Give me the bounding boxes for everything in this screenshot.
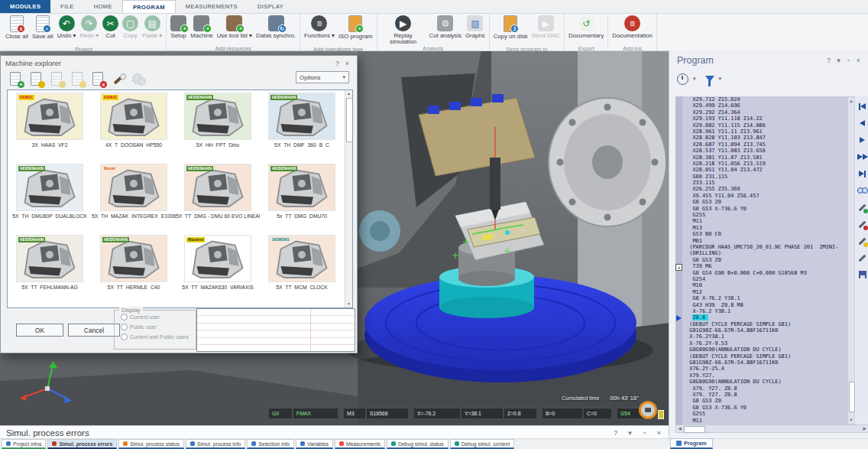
scrollbar-thumb[interactable] bbox=[346, 98, 353, 142]
gcode-line[interactable]: G81G98Z-66.67R-54.88F16711K0 bbox=[683, 360, 847, 366]
help-icon[interactable]: ? bbox=[332, 60, 342, 67]
gcode-line[interactable]: X79. Y27. Z0.8 bbox=[683, 392, 847, 398]
ok-button[interactable]: OK bbox=[16, 324, 63, 337]
gcode-line[interactable]: X29.082 Y11.115 Z14.086 bbox=[683, 122, 847, 129]
ribbon-tab-home[interactable]: HOME bbox=[84, 0, 122, 13]
run-to-cursor-icon[interactable] bbox=[856, 150, 868, 164]
documentary-button[interactable]: ↺Documentary bbox=[567, 15, 605, 45]
gcode-line[interactable]: M13 bbox=[683, 225, 847, 231]
gcode-line[interactable]: X28.537 Y11.083 Z13.656 bbox=[683, 148, 847, 154]
gcode-line[interactable]: (DEBUT CYCLE PERCAGE SIMPLE G81) bbox=[683, 353, 847, 360]
gcode-line[interactable]: X-76.2Y-9.53 bbox=[683, 340, 847, 347]
gcode-line[interactable]: M11 bbox=[683, 418, 847, 424]
gcode-line[interactable]: G0 X-76.2 Y38.1 bbox=[683, 295, 847, 301]
import-machine-icon[interactable] bbox=[28, 71, 46, 88]
radio-option-current-user[interactable]: Current user bbox=[121, 314, 196, 320]
scroll-right-icon[interactable]: ▶ bbox=[861, 425, 868, 432]
close-icon[interactable]: × bbox=[654, 429, 664, 437]
machine-properties-icon[interactable] bbox=[69, 71, 87, 88]
menu-icon[interactable]: ▾ bbox=[834, 57, 844, 64]
pin-icon[interactable]: ▫ bbox=[844, 57, 853, 64]
scroll-down-icon[interactable]: ▼ bbox=[345, 301, 352, 307]
bottom-tab-variables[interactable]: Variables bbox=[296, 439, 333, 449]
cut-button[interactable]: ✂Cut bbox=[101, 15, 120, 45]
scroll-down-icon[interactable]: ▼ bbox=[848, 416, 854, 424]
bottom-tab-project-infos[interactable]: Project infos bbox=[2, 439, 46, 449]
gcode-line[interactable]: T39 M6 bbox=[683, 263, 847, 269]
scrollbar-thumb[interactable] bbox=[684, 426, 705, 433]
machine-item-5x-tt-mcm-clock[interactable]: SIEMENS5X_TT_MCM_CLOCK bbox=[260, 233, 344, 304]
edit-wizard-icon[interactable] bbox=[856, 234, 868, 248]
machine-item-5x-th-mazak-integrex-e1006[interactable]: Mazak5X_TH_MAZAK_INTEGREX_E1006 bbox=[92, 161, 176, 233]
insert-operation-icon[interactable] bbox=[856, 200, 868, 214]
radio-option-current-and-public-users[interactable]: Current and Public users bbox=[121, 333, 196, 340]
scroll-up-icon[interactable]: ▲ bbox=[848, 97, 854, 105]
gcode-line[interactable]: (DRILLING) bbox=[683, 250, 847, 256]
machine-item-5x-hh-fpt-dino[interactable]: HEIDENHAIN5X_HH_FPT_Dino bbox=[176, 90, 260, 161]
replay-simulation-button[interactable]: ▶Replay simulation bbox=[380, 15, 427, 45]
scroll-left-icon[interactable]: ◀ bbox=[676, 425, 683, 432]
bottom-tab-debug-simul-status[interactable]: Debug simul. status bbox=[387, 439, 449, 449]
gcode-line[interactable]: G0 G53 Z0 bbox=[683, 257, 847, 263]
setup-button[interactable]: +Setup bbox=[169, 15, 188, 45]
machine-item-5x-th-dmf-360-b-c[interactable]: HEIDENHAIN5X_TH_DMF_360_B_C bbox=[260, 90, 344, 161]
copy-on-disk-button[interactable]: 2Copy on disk bbox=[492, 15, 530, 46]
machine-button[interactable]: +Machine bbox=[189, 15, 214, 45]
export-machine-icon[interactable] bbox=[48, 71, 66, 88]
machine-settings-icon[interactable] bbox=[131, 71, 149, 88]
machine-list-scrollbar[interactable]: ▲ ▼ bbox=[345, 90, 352, 307]
gcode-line[interactable]: X9.455 Y11.04 Z56.457 bbox=[683, 193, 847, 199]
gcode-line[interactable]: G0 G53 X-736.6 Y0 bbox=[683, 405, 847, 411]
use-tool-list-button[interactable]: +Use tool list ▾ bbox=[215, 15, 254, 45]
gcode-line[interactable]: X29.712 Z15.024 bbox=[683, 96, 847, 102]
scroll-up-icon[interactable]: ▲ bbox=[345, 90, 352, 97]
options-dropdown[interactable]: Options ▾ bbox=[296, 71, 349, 83]
go-first-icon[interactable] bbox=[856, 99, 868, 113]
machine-item-5x-tt-mazak630-variaxis[interactable]: Mazatrol5X_TT_MAZAK630_VARIAXIS bbox=[176, 233, 260, 304]
ribbon-tab-measurements[interactable]: MEASUREMENTS bbox=[176, 0, 248, 13]
expand-box[interactable]: + bbox=[675, 264, 682, 271]
gcode-line[interactable]: X28.687 Y11.094 Z13.745 bbox=[683, 142, 847, 148]
gcode-line[interactable]: Z33.115 bbox=[683, 180, 847, 186]
gcode-line[interactable]: G254 bbox=[683, 276, 847, 282]
documentation-button[interactable]: ≡Documentation bbox=[611, 15, 653, 45]
gcode-line[interactable]: X79.Y27. bbox=[683, 373, 847, 379]
save-all-button[interactable]: ▪Save all bbox=[31, 15, 55, 46]
machine-item-4x-t-doosan-hp550[interactable]: FANUC4X_T_DOOSAN_HP550 bbox=[92, 90, 176, 161]
bottom-tab-selection-info[interactable]: Selection info bbox=[247, 439, 294, 449]
gcode-line[interactable]: X28.381 Y11.07 Z13.581 bbox=[683, 155, 847, 161]
ribbon-tab-modules[interactable]: MODULES bbox=[0, 0, 50, 13]
help-icon[interactable]: ? bbox=[611, 429, 620, 437]
ribbon-tab-program[interactable]: PROGRAM bbox=[122, 0, 176, 13]
gcode-line[interactable]: X-76.2 Y38.1 bbox=[683, 308, 847, 314]
gcode-line[interactable]: G0 G53 Z0 bbox=[683, 199, 847, 205]
gcode-line[interactable]: G43 H39 Z0.8 M8 bbox=[683, 302, 847, 308]
dialog-titlebar[interactable]: Machine explorer ? × bbox=[1, 56, 357, 69]
machine-item-5x-tt-fehlmann-ag[interactable]: HEIDENHAIN5X_TT_FEHLMANN-AG bbox=[8, 233, 92, 304]
bottom-tab-measurements[interactable]: Measurements bbox=[335, 439, 385, 449]
gcode-hscrollbar[interactable]: ◀ ▶ bbox=[675, 425, 868, 433]
gcode-line[interactable]: X28.218 Y11.056 Z13.519 bbox=[683, 161, 847, 167]
gcode-line[interactable]: X29.499 Z14.696 bbox=[683, 102, 847, 109]
help-icon[interactable]: ? bbox=[824, 57, 834, 64]
add-machine-icon[interactable]: + bbox=[7, 71, 25, 88]
gcode-line[interactable]: X79. Y27. Z0.8 bbox=[683, 386, 847, 392]
gcode-line[interactable]: G81G98Z-66.67R-54.88F16711K0 bbox=[683, 327, 847, 333]
gcode-line[interactable]: X28.828 Y11.103 Z13.847 bbox=[683, 135, 847, 141]
iso-program-button[interactable]: +ISO program bbox=[337, 15, 374, 46]
step-forward-icon[interactable] bbox=[856, 133, 868, 147]
pin-icon[interactable]: ▫ bbox=[640, 429, 649, 437]
gcode-line[interactable]: G53 B0 C0 bbox=[683, 231, 847, 237]
undo-button[interactable]: ↶Undo ▾ bbox=[56, 15, 78, 45]
close-icon[interactable]: × bbox=[853, 57, 863, 64]
gcode-line[interactable]: G0 G53 X-736.6 Y0 bbox=[683, 206, 847, 212]
close-icon[interactable]: × bbox=[342, 60, 352, 67]
gcode-line[interactable]: X29.292 Z14.364 bbox=[683, 109, 847, 116]
find-icon[interactable] bbox=[856, 184, 868, 197]
gcode-line[interactable]: X26.255 Z35.369 bbox=[683, 186, 847, 192]
scrollbar-thumb[interactable] bbox=[849, 382, 855, 412]
gcode-area[interactable]: + X29.712 Z15.024 X29.499 Z14.696 X29.29… bbox=[675, 96, 847, 425]
gcode-line[interactable]: M10 bbox=[683, 282, 847, 288]
gcode-vscrollbar[interactable]: ▲ ▼ bbox=[847, 96, 855, 425]
gcode-line[interactable]: M01 bbox=[683, 238, 847, 244]
